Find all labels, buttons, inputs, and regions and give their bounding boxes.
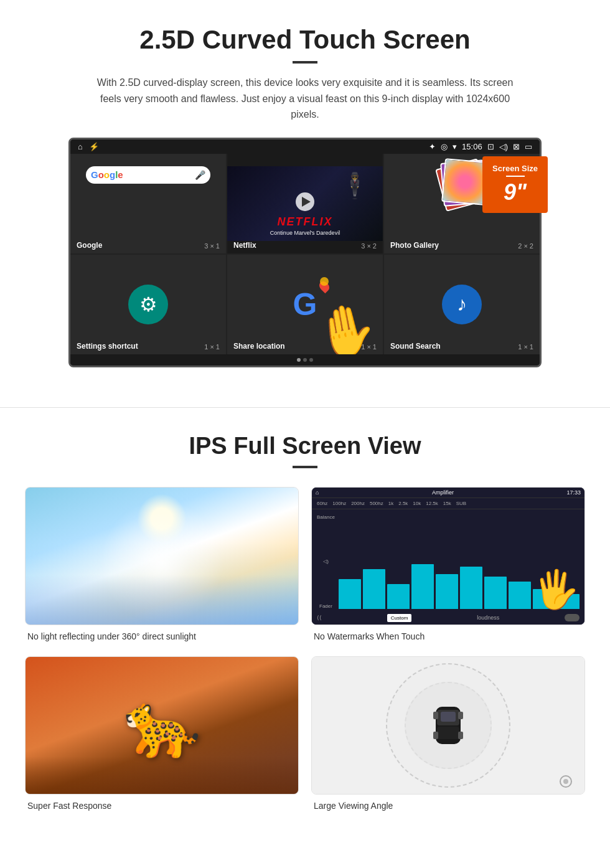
cheetah-image-card: 🐆 (25, 656, 299, 795)
cheetah-card: 🐆 Super Fast Response (25, 656, 299, 813)
bluetooth-icon: ✦ (429, 142, 436, 151)
play-button[interactable] (296, 192, 314, 211)
svg-rect-2 (437, 727, 459, 739)
page-dots (70, 354, 540, 366)
settings-size: 1 × 1 (204, 343, 220, 351)
mic-icon: 🎤 (195, 170, 205, 180)
sunlight-card: No light reflecting under 360° direct su… (25, 487, 299, 644)
settings-icon-circle: ⚙ (128, 285, 168, 324)
device-wrapper: Screen Size 9" ⌂ ⚡ ✦ ◎ ▾ 15:06 ⊡ ◁) ⊠ (68, 138, 542, 367)
netflix-label: Netflix (233, 241, 256, 250)
gallery-label: Photo Gallery (390, 241, 439, 250)
sound-icon-circle: ♪ (442, 285, 482, 324)
dot-3 (309, 358, 313, 362)
image-grid-bottom: 🐆 Super Fast Response (25, 656, 585, 813)
car-visual (312, 657, 584, 794)
car-top-svg (423, 701, 473, 750)
eq-bar-4 (411, 564, 434, 609)
section1-description: With 2.5D curved-display screen, this de… (93, 75, 517, 123)
amp-freq-labels: 60hz100hz200hz500hz1k2.5k10k12.5k15kSUB (312, 498, 584, 509)
google-label: Google (77, 241, 102, 250)
eq-bar-7 (484, 577, 507, 609)
svg-rect-4 (458, 712, 463, 719)
google-search-bar[interactable]: Google 🎤 (86, 166, 210, 184)
gallery-size: 2 × 2 (518, 242, 533, 250)
window-icon: ▭ (525, 142, 532, 151)
home-icon: ⌂ (78, 142, 83, 151)
music-note-icon: ♪ (457, 293, 467, 316)
netflix-thumbnail: 🕴 NETFLIX Continue Marvel's Daredevil (227, 166, 383, 241)
share-label: Share location (233, 342, 285, 351)
time-display: 15:06 (462, 142, 482, 151)
netflix-subtitle: Continue Marvel's Daredevil (232, 230, 378, 236)
svg-rect-5 (433, 732, 438, 739)
google-app-cell[interactable]: Google 🎤 Google 3 × 1 (70, 154, 226, 253)
amp-footer: ⟨⟨ Custom loudness (312, 611, 584, 625)
dot-2 (303, 358, 307, 362)
eq-labels: Balance ◁) Fader (317, 512, 337, 609)
camera-icon: ⊡ (487, 142, 494, 151)
photo-stack (437, 160, 487, 210)
badge-size: 9" (492, 179, 538, 205)
car-indicator (560, 775, 572, 788)
share-location-app-cell[interactable]: G 🤚 Share location 1 × 1 (227, 255, 383, 354)
status-bar: ⌂ ⚡ ✦ ◎ ▾ 15:06 ⊡ ◁) ⊠ ▭ (70, 139, 540, 154)
sunlight-label: No light reflecting under 360° direct su… (25, 625, 299, 644)
sunlight-visual (26, 488, 298, 625)
eq-bar-6 (460, 567, 482, 609)
settings-app-cell[interactable]: ⚙ Settings shortcut 1 × 1 (70, 255, 226, 354)
netflix-app-cell[interactable]: 🕴 NETFLIX Continue Marvel's Daredevil Ne… (227, 154, 383, 253)
amplifier-visual: ⌂ Amplifier 17:33 60hz100hz200hz500hz1k2… (312, 488, 584, 625)
car-dot (563, 779, 568, 784)
amp-home: ⌂ (316, 489, 319, 496)
car-card: Large Viewing Angle (311, 656, 585, 813)
gear-icon: ⚙ (139, 293, 157, 316)
car-circle-inner (405, 682, 492, 769)
eq-bar-3 (387, 584, 410, 609)
badge-title: Screen Size (492, 164, 538, 173)
eq-bar-1 (339, 579, 361, 609)
netflix-logo: NETFLIX (232, 215, 378, 229)
loudness-toggle[interactable] (565, 614, 580, 621)
device-screen: ⌂ ⚡ ✦ ◎ ▾ 15:06 ⊡ ◁) ⊠ ▭ (68, 138, 542, 367)
google-logo: Google (91, 169, 123, 180)
volume-icon: ◁) (499, 142, 508, 151)
amplifier-label: No Watermarks When Touch (311, 625, 585, 644)
svg-rect-6 (458, 732, 463, 739)
dot-1 (297, 358, 301, 362)
amplifier-card: ⌂ Amplifier 17:33 60hz100hz200hz500hz1k2… (311, 487, 585, 644)
amp-time: 17:33 (566, 489, 581, 496)
badge-divider (506, 176, 525, 177)
eq-bars-container: Balance ◁) Fader (312, 509, 584, 611)
sunlight-image-card (25, 487, 299, 625)
car-image-card (311, 656, 585, 795)
sound-label: Sound Search (390, 342, 441, 351)
eq-bar-8 (509, 582, 531, 609)
photo-card-3 (441, 158, 489, 205)
app-grid: Google 🎤 Google 3 × 1 🕴 (70, 154, 540, 354)
car-circle-outer (386, 663, 510, 788)
status-right: ✦ ◎ ▾ 15:06 ⊡ ◁) ⊠ ▭ (429, 142, 532, 151)
loudness-label: loudness (477, 615, 499, 621)
sound-search-app-cell[interactable]: ♪ Sound Search 1 × 1 (384, 255, 540, 354)
daredevil-figure: 🕴 (339, 171, 370, 200)
amp-prev: ⟨⟨ (317, 615, 322, 621)
screen-size-badge: Screen Size 9" (482, 156, 548, 213)
custom-button[interactable]: Custom (387, 614, 412, 622)
section2-title: IPS Full Screen View (25, 433, 585, 460)
wifi-icon: ▾ (453, 142, 457, 151)
x-icon: ⊠ (513, 142, 520, 151)
cheetah-visual: 🐆 (26, 657, 298, 794)
amplifier-image-card: ⌂ Amplifier 17:33 60hz100hz200hz500hz1k2… (311, 487, 585, 625)
car-label: Large Viewing Angle (311, 795, 585, 813)
section1-title: 2.5D Curved Touch Screen (37, 25, 573, 55)
settings-label: Settings shortcut (77, 342, 138, 351)
google-size: 3 × 1 (204, 242, 220, 250)
location-icon: ◎ (441, 142, 448, 151)
eq-bar-2 (363, 569, 385, 609)
cheetah-ground (26, 757, 298, 794)
image-grid-top: No light reflecting under 360° direct su… (25, 487, 585, 644)
pointing-hand: 🤚 (310, 297, 382, 354)
eq-bar-5 (436, 574, 458, 609)
status-left: ⌂ ⚡ (78, 142, 99, 151)
